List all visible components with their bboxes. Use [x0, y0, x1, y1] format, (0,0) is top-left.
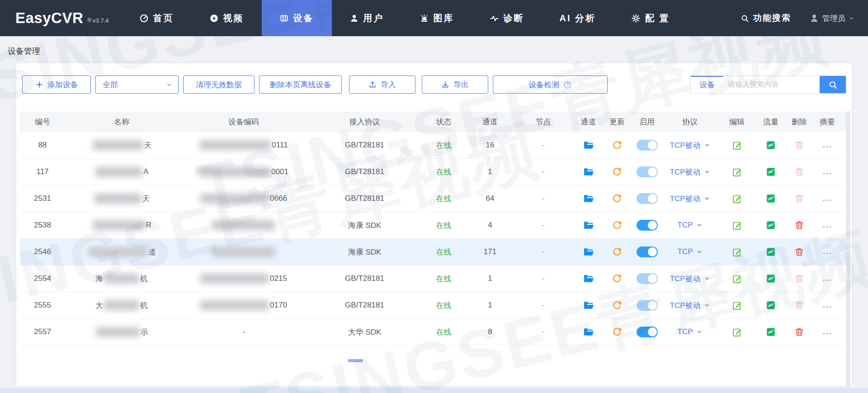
user-name: 管理员	[822, 13, 845, 24]
delete-icon[interactable]	[794, 140, 804, 150]
enable-toggle[interactable]	[637, 140, 658, 151]
code-visible-suffix: 0215	[270, 274, 287, 283]
nav-item-config[interactable]: 配 置	[613, 0, 688, 36]
channel-folder-icon[interactable]	[583, 166, 594, 178]
bottom-scrollbar-strip[interactable]	[0, 388, 868, 393]
summary-ellipsis[interactable]: ...	[814, 141, 841, 150]
channel-folder-icon[interactable]	[583, 273, 594, 284]
cell-id: 2531	[20, 194, 65, 203]
edit-icon[interactable]	[732, 327, 742, 337]
edit-icon[interactable]	[732, 194, 742, 204]
edit-icon[interactable]	[732, 247, 742, 257]
cell-channel-folder	[574, 166, 603, 178]
summary-ellipsis[interactable]: ...	[814, 167, 841, 176]
stream-protocol-dropdown[interactable]: TCP	[663, 327, 717, 336]
channel-folder-icon[interactable]	[583, 326, 594, 338]
import-button[interactable]: 导入	[349, 76, 415, 94]
traffic-icon[interactable]	[766, 247, 776, 257]
summary-ellipsis[interactable]: ...	[814, 221, 841, 230]
refresh-icon[interactable]	[612, 274, 622, 284]
clean-invalid-button[interactable]: 清理无效数据	[183, 76, 255, 94]
delete-icon[interactable]	[794, 220, 804, 230]
summary-ellipsis[interactable]: ...	[814, 194, 841, 203]
summary-ellipsis[interactable]: ...	[814, 301, 841, 310]
cell-id: 2554	[20, 274, 65, 283]
delete-icon[interactable]	[794, 194, 804, 204]
stream-protocol-dropdown[interactable]: TCP被动	[663, 194, 717, 204]
channel-folder-icon[interactable]	[583, 139, 594, 151]
stream-protocol-dropdown[interactable]: TCP	[663, 221, 717, 230]
column-header: 名称	[65, 117, 178, 127]
nav-item-ai-analysis[interactable]: AI 分析	[542, 0, 614, 36]
search-type-select[interactable]: 设备	[691, 76, 723, 93]
edit-icon[interactable]	[732, 140, 742, 151]
search-input[interactable]	[723, 76, 820, 93]
breadcrumb: 设备管理	[0, 36, 868, 63]
delete-icon[interactable]	[794, 327, 804, 337]
chevron-down-icon	[704, 275, 710, 282]
traffic-icon[interactable]	[766, 220, 776, 230]
delete-icon[interactable]	[794, 300, 804, 310]
traffic-icon[interactable]	[766, 274, 776, 284]
delete-icon[interactable]	[794, 167, 804, 177]
enable-toggle[interactable]	[637, 246, 658, 257]
traffic-icon[interactable]	[766, 327, 776, 337]
add-device-button[interactable]: 添加设备	[22, 76, 91, 94]
edit-icon[interactable]	[732, 274, 742, 284]
function-search-button[interactable]: 功能搜索	[741, 12, 791, 24]
cell-update	[603, 274, 631, 284]
refresh-icon[interactable]	[612, 247, 622, 257]
refresh-icon[interactable]	[612, 300, 622, 310]
enable-toggle[interactable]	[637, 273, 658, 284]
stream-protocol-dropdown[interactable]: TCP被动	[663, 274, 717, 284]
traffic-icon[interactable]	[766, 194, 776, 204]
channel-folder-icon[interactable]	[583, 219, 594, 231]
redacted-device-code	[199, 140, 271, 150]
delete-offline-button[interactable]: 删除本页离线设备	[259, 76, 342, 94]
horizontal-scrollbar-thumb[interactable]	[348, 359, 363, 362]
refresh-icon[interactable]	[612, 327, 622, 337]
nav-item-gallery[interactable]: 图库	[402, 0, 472, 36]
refresh-icon[interactable]	[612, 194, 622, 204]
enable-toggle[interactable]	[637, 220, 658, 231]
nav-item-home[interactable]: 首页	[122, 0, 192, 36]
nav-item-diagnosis[interactable]: 诊断	[472, 0, 542, 36]
vertical-scrollbar[interactable]	[846, 111, 850, 388]
channel-folder-icon[interactable]	[583, 193, 594, 204]
device-check-button[interactable]: 设备检测	[493, 76, 608, 94]
channel-folder-icon[interactable]	[583, 299, 594, 311]
nav-item-user[interactable]: 用户	[332, 0, 402, 36]
nav-item-device[interactable]: 设备	[262, 0, 332, 36]
search-button[interactable]	[820, 76, 846, 93]
summary-ellipsis[interactable]: ...	[814, 327, 841, 336]
cell-delete	[785, 140, 814, 150]
traffic-icon[interactable]	[766, 167, 776, 177]
edit-icon[interactable]	[732, 167, 742, 177]
channel-folder-icon[interactable]	[583, 246, 594, 258]
enable-toggle[interactable]	[637, 166, 658, 177]
stream-protocol-dropdown[interactable]: TCP被动	[663, 140, 717, 151]
refresh-icon[interactable]	[612, 167, 622, 177]
nav-item-video[interactable]: 视频	[192, 0, 262, 36]
cell-channel-folder	[574, 246, 603, 258]
summary-ellipsis[interactable]: ...	[814, 274, 841, 283]
delete-icon[interactable]	[794, 274, 804, 284]
traffic-icon[interactable]	[766, 300, 776, 310]
device-type-filter[interactable]: 全部	[95, 76, 179, 94]
edit-icon[interactable]	[732, 300, 742, 311]
stream-protocol-dropdown[interactable]: TCP被动	[663, 167, 717, 177]
stream-protocol-dropdown[interactable]: TCP被动	[663, 300, 717, 311]
enable-toggle[interactable]	[637, 193, 658, 204]
traffic-icon[interactable]	[766, 140, 776, 150]
summary-ellipsis[interactable]: ...	[814, 247, 841, 256]
refresh-icon[interactable]	[612, 140, 622, 150]
delete-icon[interactable]	[794, 247, 804, 257]
cell-id: 2538	[20, 221, 65, 230]
refresh-icon[interactable]	[612, 220, 622, 230]
stream-protocol-dropdown[interactable]: TCP	[663, 247, 717, 256]
export-button[interactable]: 导出	[422, 76, 488, 94]
user-menu[interactable]: 管理员	[809, 13, 854, 24]
edit-icon[interactable]	[732, 220, 742, 231]
enable-toggle[interactable]	[637, 300, 658, 311]
enable-toggle[interactable]	[637, 327, 658, 337]
